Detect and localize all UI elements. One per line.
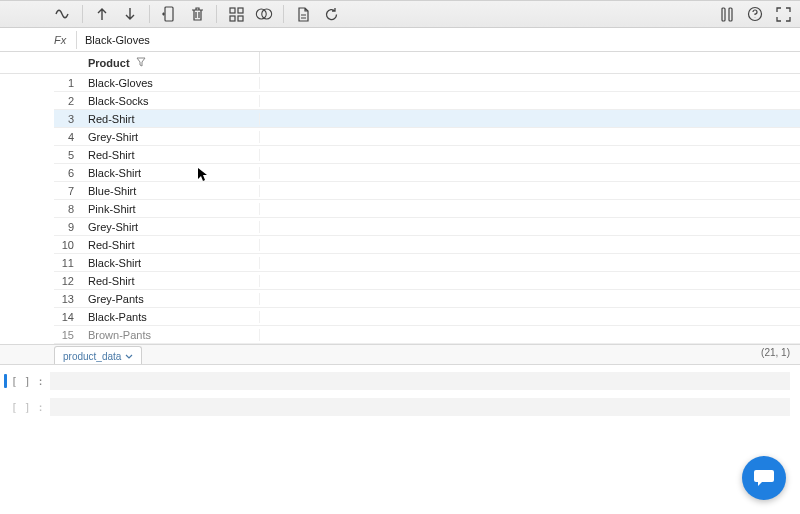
cell-product[interactable]: Blue-Shirt <box>82 185 260 197</box>
prompt-label: [ ] : <box>11 401 44 414</box>
cell-product[interactable]: Red-Shirt <box>82 149 260 161</box>
cell-product[interactable]: Red-Shirt <box>82 113 260 125</box>
row-index: 1 <box>54 77 82 89</box>
document-icon[interactable] <box>294 5 312 23</box>
row-index: 9 <box>54 221 82 233</box>
formula-bar: Fx Black-Gloves <box>0 28 800 52</box>
trash-icon[interactable] <box>188 5 206 23</box>
table-row[interactable]: 5Red-Shirt <box>54 146 800 164</box>
table-row[interactable]: 13Grey-Pants <box>54 290 800 308</box>
row-index: 5 <box>54 149 82 161</box>
fx-label: Fx <box>54 34 76 46</box>
table-row[interactable]: 1Black-Gloves <box>54 74 800 92</box>
refresh-icon[interactable] <box>322 5 340 23</box>
filter-icon[interactable] <box>136 57 146 69</box>
row-index: 11 <box>54 257 82 269</box>
arrow-down-icon[interactable] <box>121 5 139 23</box>
chat-button[interactable] <box>742 456 786 500</box>
toolbar <box>0 0 800 28</box>
cell-product[interactable]: Grey-Shirt <box>82 221 260 233</box>
cell-product[interactable]: Pink-Shirt <box>82 203 260 215</box>
arrow-up-icon[interactable] <box>93 5 111 23</box>
cell-product[interactable]: Black-Shirt <box>82 257 260 269</box>
grid-icon[interactable] <box>227 5 245 23</box>
column-header-label: Product <box>88 57 130 69</box>
row-index: 10 <box>54 239 82 251</box>
cell-product[interactable]: Grey-Shirt <box>82 131 260 143</box>
svg-rect-7 <box>722 8 725 21</box>
sheet-tab[interactable]: product_data <box>54 346 142 364</box>
cell-product[interactable]: Black-Pants <box>82 311 260 323</box>
row-index: 4 <box>54 131 82 143</box>
row-index: 7 <box>54 185 82 197</box>
cell-product[interactable]: Black-Shirt <box>82 167 260 179</box>
console-line-active[interactable]: [ ] : <box>0 371 800 391</box>
row-index: 6 <box>54 167 82 179</box>
table-row[interactable]: 14Black-Pants <box>54 308 800 326</box>
cell-product[interactable]: Red-Shirt <box>82 239 260 251</box>
table-row[interactable]: 10Red-Shirt <box>54 236 800 254</box>
columns-icon[interactable] <box>718 5 736 23</box>
table-row[interactable]: 6Black-Shirt <box>54 164 800 182</box>
svg-rect-2 <box>238 8 243 13</box>
wave-icon[interactable] <box>54 5 72 23</box>
fx-value[interactable]: Black-Gloves <box>85 34 150 46</box>
cell-product[interactable]: Grey-Pants <box>82 293 260 305</box>
row-index: 12 <box>54 275 82 287</box>
row-index: 2 <box>54 95 82 107</box>
svg-rect-8 <box>729 8 732 21</box>
row-index: 15 <box>54 329 82 341</box>
svg-rect-0 <box>165 7 173 21</box>
sheet-tab-label: product_data <box>63 351 121 362</box>
row-index: 8 <box>54 203 82 215</box>
table-row[interactable]: 15Brown-Pants <box>54 326 800 344</box>
prompt-label: [ ] : <box>11 375 44 388</box>
chat-icon <box>753 468 775 488</box>
table-row[interactable]: 3Red-Shirt <box>54 110 800 128</box>
svg-rect-4 <box>238 16 243 21</box>
console-area: [ ] : [ ] : <box>0 371 800 514</box>
row-index: 14 <box>54 311 82 323</box>
dimensions-label: (21, 1) <box>761 347 790 358</box>
svg-rect-3 <box>230 16 235 21</box>
column-header[interactable]: Product <box>82 52 260 73</box>
cell-product[interactable]: Red-Shirt <box>82 275 260 287</box>
table-row[interactable]: 8Pink-Shirt <box>54 200 800 218</box>
chevron-down-icon <box>125 351 133 362</box>
table-row[interactable]: 2Black-Socks <box>54 92 800 110</box>
console-line[interactable]: [ ] : <box>0 397 800 417</box>
sheet-tab-bar: product_data (21, 1) <box>0 345 800 365</box>
help-icon[interactable] <box>746 5 764 23</box>
table-row[interactable]: 7Blue-Shirt <box>54 182 800 200</box>
table-row[interactable]: 9Grey-Shirt <box>54 218 800 236</box>
row-index: 3 <box>54 113 82 125</box>
cell-product[interactable]: Black-Socks <box>82 95 260 107</box>
table-row[interactable]: 12Red-Shirt <box>54 272 800 290</box>
data-grid[interactable]: Product 1Black-Gloves2Black-Socks3Red-Sh… <box>0 52 800 345</box>
expand-icon[interactable] <box>774 5 792 23</box>
active-line-indicator <box>4 374 7 388</box>
row-index: 13 <box>54 293 82 305</box>
table-row[interactable]: 11Black-Shirt <box>54 254 800 272</box>
cell-product[interactable]: Brown-Pants <box>82 329 260 341</box>
add-column-icon[interactable] <box>160 5 178 23</box>
table-row[interactable]: 4Grey-Shirt <box>54 128 800 146</box>
cell-product[interactable]: Black-Gloves <box>82 77 260 89</box>
venn-icon[interactable] <box>255 5 273 23</box>
svg-rect-1 <box>230 8 235 13</box>
